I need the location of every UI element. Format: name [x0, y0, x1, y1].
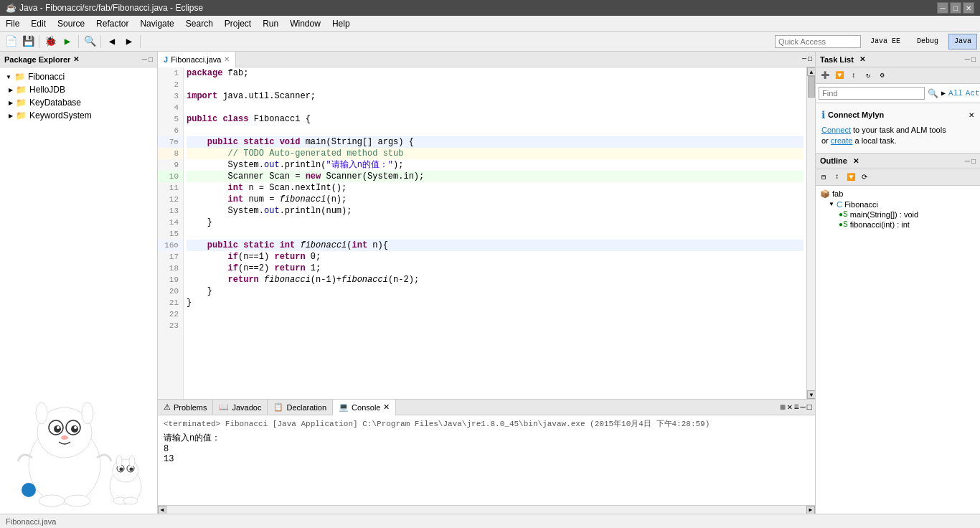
tree-item-keywordsystem[interactable]: ▶ 📁 KeywordSystem — [3, 109, 154, 122]
menu-refactor[interactable]: Refactor — [90, 17, 134, 30]
debug-button[interactable]: 🐞 — [42, 34, 58, 50]
find-input[interactable] — [819, 87, 925, 100]
outline-item-fibonacci-class[interactable]: ▼ C Fibonacci — [819, 199, 977, 209]
line-num-1: 1 — [158, 67, 183, 79]
search-button[interactable]: 🔍 — [82, 34, 98, 50]
outline-minimize[interactable]: ─ — [965, 157, 970, 165]
find-icon[interactable]: 🔍 — [928, 88, 938, 99]
menu-project[interactable]: Project — [219, 17, 257, 30]
menu-run[interactable]: Run — [257, 17, 284, 30]
save-button[interactable]: 💾 — [20, 34, 36, 50]
menu-source[interactable]: Source — [52, 17, 90, 30]
horizontal-scrollbar[interactable]: ◀ ▶ — [158, 505, 815, 514]
connect-link[interactable]: Connect — [821, 126, 851, 134]
code-content[interactable]: package fab; import java.util.Scanner; p… — [184, 67, 806, 399]
new-task-button[interactable]: ➕ — [819, 69, 831, 82]
editor-tab-label: Fibonacci.java — [171, 55, 221, 64]
expand-arrow-class: ▼ — [829, 201, 834, 207]
minimize-console-button[interactable]: ─ — [801, 402, 806, 412]
minimize-button[interactable]: ─ — [937, 2, 948, 14]
editor-tab-close[interactable]: ✕ — [224, 55, 230, 63]
editor-scrollbar[interactable]: ▲ ▼ — [806, 67, 815, 399]
toolbar-sep-3 — [100, 35, 101, 48]
outline-item-fab[interactable]: 📦 fab — [819, 189, 977, 199]
outline-item-main-method[interactable]: ●S main(String[]) : void — [819, 209, 977, 220]
outline-item-fibonacci-method[interactable]: ●S fibonacci(int) : int — [819, 220, 977, 230]
maximize-console-button[interactable]: □ — [807, 402, 812, 412]
svg-point-12 — [65, 495, 90, 506]
console-tab-close[interactable]: ✕ — [383, 402, 390, 412]
outline-filter-button[interactable]: 🔽 — [844, 171, 857, 184]
java-perspective[interactable]: Java — [948, 34, 977, 50]
outline-header: Outline ✕ ─ □ — [816, 154, 980, 169]
outline-collapse-button[interactable]: ⊟ — [817, 171, 830, 184]
close-button[interactable]: ✕ — [963, 2, 974, 14]
forward-button[interactable]: ▶ — [121, 34, 137, 50]
java-ee-perspective[interactable]: Java EE — [864, 34, 907, 50]
back-button[interactable]: ◀ — [104, 34, 120, 50]
tree-item-hellojdb[interactable]: ▶ 📁 HelloJDB — [3, 83, 154, 96]
menu-help[interactable]: Help — [326, 17, 356, 30]
tab-console[interactable]: 💻 Console ✕ — [333, 400, 396, 415]
scroll-track[interactable] — [807, 76, 815, 390]
maximize-panel-button[interactable]: □ — [149, 55, 153, 63]
tab-javadoc[interactable]: 📖 Javadoc — [213, 400, 268, 415]
menu-file[interactable]: File — [0, 17, 25, 30]
menu-edit[interactable]: Edit — [25, 17, 52, 30]
console-menu-button[interactable]: ≡ — [793, 402, 798, 412]
triangle-icon[interactable]: ▶ — [941, 89, 946, 98]
find-all-link[interactable]: All — [948, 89, 963, 98]
package-icon: 📦 — [820, 189, 830, 199]
h-scroll-track[interactable] — [166, 507, 806, 513]
menu-navigate[interactable]: Navigate — [134, 17, 179, 30]
scroll-right-button[interactable]: ▶ — [806, 506, 815, 514]
svg-point-20 — [129, 456, 135, 467]
scroll-left-button[interactable]: ◀ — [158, 506, 166, 514]
task-refresh-button[interactable]: ↻ — [862, 69, 875, 82]
new-button[interactable]: 📄 — [3, 34, 19, 50]
tree-item-keydatabase[interactable]: ▶ 📁 KeyDatabase — [3, 96, 154, 109]
menu-search[interactable]: Search — [180, 17, 219, 30]
tree-item-fibonacci[interactable]: ▼ 📁 Fibonacci — [3, 70, 154, 83]
editor-tab-fibonacci[interactable]: J Fibonacci.java ✕ — [158, 52, 236, 67]
title-bar-controls[interactable]: ─ □ ✕ — [937, 2, 974, 14]
editor-minimize-button[interactable]: ─ — [802, 55, 806, 63]
menu-window[interactable]: Window — [284, 17, 326, 30]
task-list-close-icon[interactable]: ✕ — [859, 55, 865, 63]
create-link[interactable]: create — [831, 136, 853, 145]
outline-close-icon[interactable]: ✕ — [853, 157, 859, 165]
code-line-6 — [187, 125, 804, 136]
task-list-minimize[interactable]: ─ — [965, 55, 970, 63]
svg-point-17 — [119, 468, 123, 471]
find-activate-link[interactable]: Activate... — [966, 89, 980, 98]
task-settings-button[interactable]: ⚙ — [876, 69, 889, 82]
outline-panel: Outline ✕ ─ □ ⊟ ↕ 🔽 ⟳ 📦 fab — [816, 154, 980, 514]
package-explorer-title-area: Package Explorer ✕ — [4, 55, 79, 64]
quick-access-input[interactable] — [775, 35, 861, 48]
stop-icon[interactable]: ■ — [780, 402, 786, 413]
line-num-14: 14 — [158, 217, 183, 228]
task-filter-button[interactable]: 🔽 — [833, 69, 846, 82]
maximize-button[interactable]: □ — [950, 2, 961, 14]
minimize-panel-button[interactable]: ─ — [142, 55, 147, 63]
task-sort-button[interactable]: ↕ — [847, 69, 860, 82]
connect-mylyn-close[interactable]: ✕ — [969, 111, 974, 119]
line-num-6: 6 — [158, 125, 183, 136]
editor-maximize-button[interactable]: □ — [808, 55, 812, 63]
debug-perspective[interactable]: Debug — [910, 34, 946, 50]
scroll-down-button[interactable]: ▼ — [807, 390, 815, 399]
console-output-line-3: 13 — [164, 454, 809, 464]
tab-problems[interactable]: ⚠ Problems — [158, 400, 213, 415]
outline-sort-button[interactable]: ↕ — [831, 171, 844, 184]
tab-declaration[interactable]: 📋 Declaration — [268, 400, 333, 415]
project-icon-keydatabase: 📁 — [16, 98, 27, 108]
scroll-thumb[interactable] — [808, 76, 815, 98]
outline-sync-button[interactable]: ⟳ — [858, 171, 871, 184]
close-console-button[interactable]: ✕ — [787, 402, 792, 412]
outline-maximize[interactable]: □ — [971, 157, 976, 165]
task-list-maximize[interactable]: □ — [971, 55, 976, 63]
bottom-tab-controls: ■ ✕ ≡ ─ □ — [780, 402, 815, 413]
run-button[interactable]: ▶ — [60, 34, 75, 50]
close-icon[interactable]: ✕ — [73, 55, 79, 63]
scroll-up-button[interactable]: ▲ — [807, 67, 815, 76]
